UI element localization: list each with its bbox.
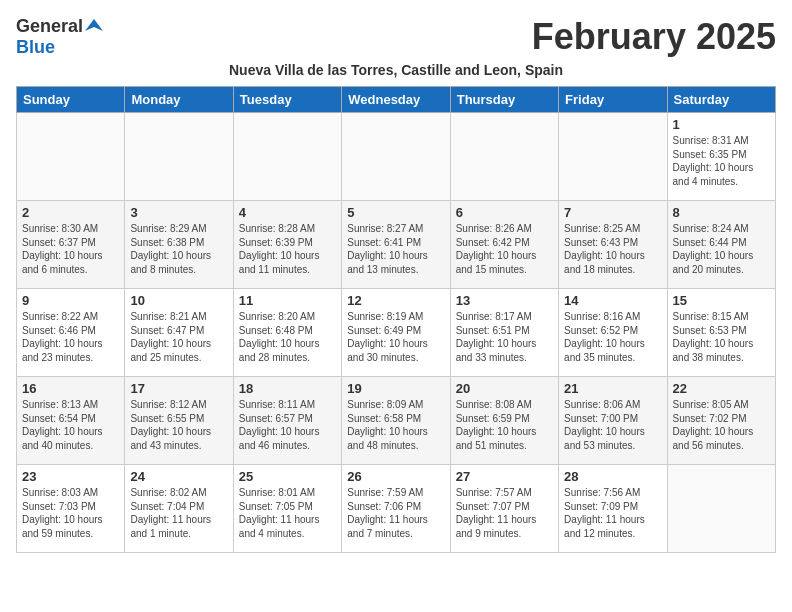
day-info-text: Sunrise: 8:28 AM Sunset: 6:39 PM Dayligh… [239,222,336,276]
logo-bird-icon [85,17,103,35]
logo: General Blue [16,16,103,58]
calendar-empty-cell [342,113,450,201]
calendar-week-row: 9Sunrise: 8:22 AM Sunset: 6:46 PM Daylig… [17,289,776,377]
calendar-week-row: 1Sunrise: 8:31 AM Sunset: 6:35 PM Daylig… [17,113,776,201]
day-info-text: Sunrise: 8:29 AM Sunset: 6:38 PM Dayligh… [130,222,227,276]
day-number: 13 [456,293,553,308]
calendar-table: SundayMondayTuesdayWednesdayThursdayFrid… [16,86,776,553]
day-number: 26 [347,469,444,484]
calendar-day-cell: 21Sunrise: 8:06 AM Sunset: 7:00 PM Dayli… [559,377,667,465]
calendar-week-row: 16Sunrise: 8:13 AM Sunset: 6:54 PM Dayli… [17,377,776,465]
calendar-day-cell: 22Sunrise: 8:05 AM Sunset: 7:02 PM Dayli… [667,377,775,465]
day-number: 14 [564,293,661,308]
calendar-day-cell: 28Sunrise: 7:56 AM Sunset: 7:09 PM Dayli… [559,465,667,553]
day-info-text: Sunrise: 8:06 AM Sunset: 7:00 PM Dayligh… [564,398,661,452]
day-number: 1 [673,117,770,132]
day-number: 25 [239,469,336,484]
calendar-day-cell: 13Sunrise: 8:17 AM Sunset: 6:51 PM Dayli… [450,289,558,377]
day-number: 17 [130,381,227,396]
calendar-empty-cell [559,113,667,201]
day-info-text: Sunrise: 8:21 AM Sunset: 6:47 PM Dayligh… [130,310,227,364]
calendar-day-cell: 1Sunrise: 8:31 AM Sunset: 6:35 PM Daylig… [667,113,775,201]
calendar-day-cell: 17Sunrise: 8:12 AM Sunset: 6:55 PM Dayli… [125,377,233,465]
day-header-friday: Friday [559,87,667,113]
header: General Blue February 2025 [16,16,776,58]
calendar-day-cell: 5Sunrise: 8:27 AM Sunset: 6:41 PM Daylig… [342,201,450,289]
day-number: 18 [239,381,336,396]
day-number: 21 [564,381,661,396]
calendar-week-row: 2Sunrise: 8:30 AM Sunset: 6:37 PM Daylig… [17,201,776,289]
day-info-text: Sunrise: 8:24 AM Sunset: 6:44 PM Dayligh… [673,222,770,276]
day-info-text: Sunrise: 8:20 AM Sunset: 6:48 PM Dayligh… [239,310,336,364]
day-info-text: Sunrise: 8:03 AM Sunset: 7:03 PM Dayligh… [22,486,119,540]
day-info-text: Sunrise: 8:27 AM Sunset: 6:41 PM Dayligh… [347,222,444,276]
calendar-empty-cell [125,113,233,201]
calendar-day-cell: 19Sunrise: 8:09 AM Sunset: 6:58 PM Dayli… [342,377,450,465]
calendar-day-cell: 6Sunrise: 8:26 AM Sunset: 6:42 PM Daylig… [450,201,558,289]
calendar-week-row: 23Sunrise: 8:03 AM Sunset: 7:03 PM Dayli… [17,465,776,553]
day-info-text: Sunrise: 8:17 AM Sunset: 6:51 PM Dayligh… [456,310,553,364]
calendar-day-cell: 26Sunrise: 7:59 AM Sunset: 7:06 PM Dayli… [342,465,450,553]
day-header-thursday: Thursday [450,87,558,113]
logo-blue-text: Blue [16,37,55,58]
day-info-text: Sunrise: 8:02 AM Sunset: 7:04 PM Dayligh… [130,486,227,540]
day-number: 4 [239,205,336,220]
logo-general-text: General [16,16,83,37]
day-info-text: Sunrise: 8:19 AM Sunset: 6:49 PM Dayligh… [347,310,444,364]
day-info-text: Sunrise: 8:11 AM Sunset: 6:57 PM Dayligh… [239,398,336,452]
calendar-day-cell: 14Sunrise: 8:16 AM Sunset: 6:52 PM Dayli… [559,289,667,377]
day-info-text: Sunrise: 7:59 AM Sunset: 7:06 PM Dayligh… [347,486,444,540]
calendar-day-cell: 23Sunrise: 8:03 AM Sunset: 7:03 PM Dayli… [17,465,125,553]
day-header-saturday: Saturday [667,87,775,113]
day-number: 6 [456,205,553,220]
day-number: 5 [347,205,444,220]
calendar-day-cell: 27Sunrise: 7:57 AM Sunset: 7:07 PM Dayli… [450,465,558,553]
day-number: 7 [564,205,661,220]
day-info-text: Sunrise: 8:12 AM Sunset: 6:55 PM Dayligh… [130,398,227,452]
day-info-text: Sunrise: 8:08 AM Sunset: 6:59 PM Dayligh… [456,398,553,452]
day-number: 12 [347,293,444,308]
calendar-day-cell: 3Sunrise: 8:29 AM Sunset: 6:38 PM Daylig… [125,201,233,289]
calendar-day-cell: 16Sunrise: 8:13 AM Sunset: 6:54 PM Dayli… [17,377,125,465]
calendar-day-cell: 15Sunrise: 8:15 AM Sunset: 6:53 PM Dayli… [667,289,775,377]
calendar-day-cell: 12Sunrise: 8:19 AM Sunset: 6:49 PM Dayli… [342,289,450,377]
calendar-day-cell: 8Sunrise: 8:24 AM Sunset: 6:44 PM Daylig… [667,201,775,289]
location-subtitle: Nueva Villa de las Torres, Castille and … [16,62,776,78]
calendar-day-cell: 4Sunrise: 8:28 AM Sunset: 6:39 PM Daylig… [233,201,341,289]
calendar-header-row: SundayMondayTuesdayWednesdayThursdayFrid… [17,87,776,113]
calendar-empty-cell [233,113,341,201]
day-header-monday: Monday [125,87,233,113]
day-info-text: Sunrise: 8:22 AM Sunset: 6:46 PM Dayligh… [22,310,119,364]
calendar-empty-cell [17,113,125,201]
day-number: 27 [456,469,553,484]
day-number: 9 [22,293,119,308]
day-info-text: Sunrise: 8:26 AM Sunset: 6:42 PM Dayligh… [456,222,553,276]
calendar-day-cell: 7Sunrise: 8:25 AM Sunset: 6:43 PM Daylig… [559,201,667,289]
day-number: 10 [130,293,227,308]
day-header-sunday: Sunday [17,87,125,113]
day-info-text: Sunrise: 8:09 AM Sunset: 6:58 PM Dayligh… [347,398,444,452]
svg-marker-0 [85,19,103,31]
day-number: 23 [22,469,119,484]
calendar-empty-cell [667,465,775,553]
calendar-day-cell: 2Sunrise: 8:30 AM Sunset: 6:37 PM Daylig… [17,201,125,289]
month-title: February 2025 [532,16,776,58]
calendar-empty-cell [450,113,558,201]
day-info-text: Sunrise: 7:56 AM Sunset: 7:09 PM Dayligh… [564,486,661,540]
day-info-text: Sunrise: 8:31 AM Sunset: 6:35 PM Dayligh… [673,134,770,188]
day-number: 19 [347,381,444,396]
day-number: 24 [130,469,227,484]
day-number: 28 [564,469,661,484]
day-info-text: Sunrise: 8:05 AM Sunset: 7:02 PM Dayligh… [673,398,770,452]
day-number: 16 [22,381,119,396]
calendar-day-cell: 10Sunrise: 8:21 AM Sunset: 6:47 PM Dayli… [125,289,233,377]
day-number: 3 [130,205,227,220]
day-info-text: Sunrise: 8:15 AM Sunset: 6:53 PM Dayligh… [673,310,770,364]
calendar-day-cell: 11Sunrise: 8:20 AM Sunset: 6:48 PM Dayli… [233,289,341,377]
day-number: 22 [673,381,770,396]
day-info-text: Sunrise: 8:01 AM Sunset: 7:05 PM Dayligh… [239,486,336,540]
day-header-wednesday: Wednesday [342,87,450,113]
day-number: 20 [456,381,553,396]
day-info-text: Sunrise: 8:30 AM Sunset: 6:37 PM Dayligh… [22,222,119,276]
day-number: 11 [239,293,336,308]
